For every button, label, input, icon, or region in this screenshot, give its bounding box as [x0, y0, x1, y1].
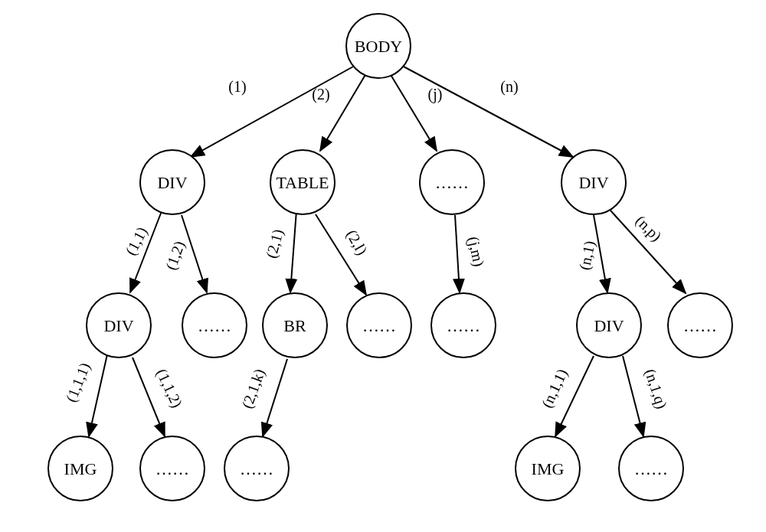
edge-label-1: (1) [228, 78, 246, 96]
edge-n [404, 67, 573, 157]
edge-label-n: (n) [500, 78, 518, 96]
edge-label-2: (2) [312, 86, 329, 103]
edge-label-1-2: (1,2) [162, 239, 189, 273]
edge-label-j-m: (j,m) [464, 235, 488, 268]
edge-label-n-1: (n,1) [575, 240, 598, 272]
node-ellipsis-l1-label: …… [435, 173, 469, 192]
edge-label-2-1: (2,1) [263, 227, 287, 260]
node-ellipsis-2-l-label: …… [362, 316, 396, 335]
edge-label-n-1-1: (n,1,1) [538, 366, 571, 410]
node-ellipsis-j-m-label: …… [447, 316, 480, 335]
dom-tree-diagram: BODY DIV TABLE …… DIV DIV …… BR …… …… DI… [0, 0, 766, 532]
edge-label-1-1-2: (1,1,2) [152, 366, 185, 410]
edge-j-m [455, 215, 460, 292]
edge-label-2-1-k: (2,1,k) [238, 367, 269, 411]
edge-2-1-k [263, 359, 287, 436]
node-br-label: BR [283, 316, 306, 335]
node-table-label: TABLE [276, 173, 329, 192]
edge-n-1-1 [555, 356, 594, 436]
edge-1 [191, 67, 353, 157]
node-div-1-label: DIV [157, 173, 187, 192]
node-div-n-1-label: DIV [594, 316, 624, 335]
node-ellipsis-n-p-label: …… [683, 316, 717, 335]
edge-label-n-1-q: (n,1,q) [641, 367, 670, 411]
edge-label-1-1-1: (1,1,1) [62, 361, 93, 405]
node-div-1-1-label: DIV [103, 316, 133, 335]
edge-1-2 [182, 215, 207, 292]
node-img-1-label: IMG [64, 459, 97, 478]
node-ellipsis-n-1-q-label: …… [634, 459, 668, 478]
node-div-n-label: DIV [578, 173, 608, 192]
edge-label-2-l: (2,l) [342, 227, 371, 258]
node-ellipsis-1-2-label: …… [198, 316, 231, 335]
node-ellipsis-2-1-k-label: …… [240, 459, 273, 478]
node-body-label: BODY [355, 37, 402, 56]
edge-2-1 [290, 211, 296, 292]
edge-label-j: (j) [428, 86, 443, 103]
node-img-n-label: IMG [532, 459, 565, 478]
edge-n-1-q [623, 356, 643, 436]
edge-label-1-1: (1,1) [122, 224, 151, 259]
node-ellipsis-1-1-2-label: …… [155, 459, 189, 478]
